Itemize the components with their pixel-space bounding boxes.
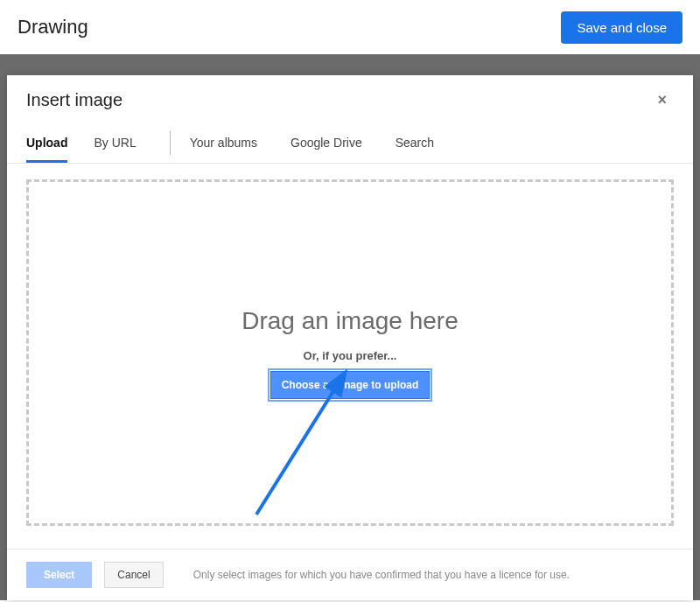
dropzone-heading: Drag an image here <box>242 307 458 335</box>
app-title: Drawing <box>18 16 88 38</box>
modal-title: Insert image <box>26 90 122 110</box>
save-and-close-button[interactable]: Save and close <box>561 11 682 44</box>
tab-by-url[interactable]: By URL <box>94 129 136 163</box>
upload-dropzone[interactable]: Drag an image here Or, if you prefer... … <box>26 179 674 526</box>
cancel-button[interactable]: Cancel <box>104 562 163 588</box>
modal-footer: Select Cancel Only select images for whi… <box>7 549 693 600</box>
tab-divider <box>170 130 171 155</box>
select-button[interactable]: Select <box>26 562 92 588</box>
choose-image-button[interactable]: Choose an image to upload <box>270 371 430 399</box>
app-topbar: Drawing Save and close <box>0 0 700 54</box>
footer-note: Only select images for which you have co… <box>193 569 570 581</box>
tab-google-drive[interactable]: Google Drive <box>290 129 362 163</box>
modal-container: Insert image × Upload By URL Your albums… <box>0 74 700 600</box>
tab-search[interactable]: Search <box>396 129 434 163</box>
insert-image-modal: Insert image × Upload By URL Your albums… <box>7 75 693 600</box>
tab-bar: Upload By URL Your albums Google Drive S… <box>7 118 693 164</box>
modal-header: Insert image × <box>7 75 693 118</box>
tab-upload[interactable]: Upload <box>26 129 67 163</box>
dropzone-container: Drag an image here Or, if you prefer... … <box>7 164 693 526</box>
dropzone-subtext: Or, if you prefer... <box>304 349 397 362</box>
tab-your-albums[interactable]: Your albums <box>190 129 257 163</box>
canvas-background <box>0 54 700 74</box>
close-icon[interactable]: × <box>650 88 674 113</box>
